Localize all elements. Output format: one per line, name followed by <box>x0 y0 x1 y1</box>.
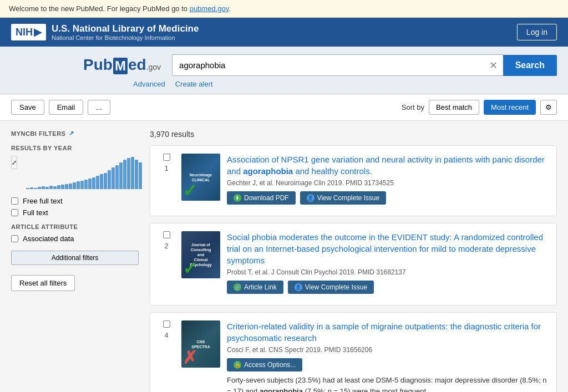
view-complete-issue-label-2: View Complete Issue <box>305 283 368 291</box>
chart-bar <box>127 158 130 189</box>
abstract-keyword-4: agoraphobia <box>260 387 303 393</box>
expand-chart-button[interactable]: ⤢ <box>11 156 17 169</box>
login-button[interactable]: Log in <box>517 24 557 40</box>
associated-data-label: Associated data <box>23 235 74 243</box>
full-text-checkbox[interactable] <box>11 209 18 216</box>
title-text-2: Social phobia moderates the outcome in t… <box>227 232 543 265</box>
results-by-year-title: RESULTS BY YEAR <box>11 145 139 151</box>
result-checkbox-4[interactable] <box>163 320 170 328</box>
result-title-link-1[interactable]: Association of NPSR1 gene variation and … <box>227 155 545 176</box>
myncbi-filters-title: MYNCBI FILTERS ↗ <box>11 130 139 137</box>
result-checkbox-2[interactable] <box>163 231 170 238</box>
chart-bar <box>77 181 80 189</box>
free-full-text-checkbox[interactable] <box>11 197 18 205</box>
result-body-2: Social phobia moderates the outcome in t… <box>227 231 549 297</box>
site-header: NIH ▶ U.S. National Library of Medicine … <box>0 18 568 47</box>
red-x-icon: ✗ <box>182 348 197 368</box>
banner-text: Welcome to the new PubMed. For legacy Pu… <box>9 4 190 13</box>
results-count: 3,970 results <box>150 130 557 139</box>
result-num-check-2: 2 <box>158 231 175 297</box>
free-full-text-label: Free full text <box>23 197 63 205</box>
chart-bar <box>131 157 134 189</box>
toolbar-right: Sort by Best match Most recent ⚙ <box>402 100 557 115</box>
result-title-link-2[interactable]: Social phobia moderates the outcome in t… <box>227 232 543 265</box>
result-authors-2: Probst T, et al. J Consult Clin Psychol … <box>227 268 549 276</box>
download-pdf-label: Download PDF <box>244 194 289 202</box>
logo-ed: ed <box>128 56 146 73</box>
result-body-4: Criterion-related validity in a sample o… <box>227 320 549 392</box>
chart-bar <box>26 188 29 189</box>
logo-gov: .gov <box>146 63 161 72</box>
chart-bar <box>108 170 111 189</box>
view-complete-issue-label-1: View Complete Issue <box>317 194 380 202</box>
result-number-1: 1 <box>164 164 168 172</box>
chart-bar <box>30 187 33 189</box>
most-recent-button[interactable]: Most recent <box>484 100 536 115</box>
associated-data-checkbox[interactable] <box>11 235 18 242</box>
result-title-4[interactable]: Criterion-related validity in a sample o… <box>227 320 549 344</box>
nih-badge: NIH ▶ <box>11 24 46 40</box>
article-link-button[interactable]: 🔗 Article Link <box>227 281 283 294</box>
result-title-1[interactable]: Association of NPSR1 gene variation and … <box>227 154 549 177</box>
view-complete-issue-button-1[interactable]: 👤 View Complete Issue <box>300 191 387 205</box>
article-attribute-title: ARTICLE ATTRIBUTE <box>11 223 139 230</box>
chart-bar <box>61 185 64 189</box>
sidebar: MYNCBI FILTERS ↗ RESULTS BY YEAR ⤢ Free … <box>11 130 139 392</box>
notification-banner: Welcome to the new PubMed. For legacy Pu… <box>0 0 568 18</box>
search-input-wrap: ✕ <box>172 54 504 76</box>
full-text-label: Full text <box>23 208 48 217</box>
user-icon: 👤 <box>307 194 315 202</box>
search-area: PubMed.gov ✕ Search Advanced Create aler… <box>0 47 568 94</box>
search-input[interactable] <box>173 55 484 75</box>
email-button[interactable]: Email <box>49 100 84 115</box>
more-options-button[interactable]: ... <box>88 100 110 115</box>
sort-by-label: Sort by <box>402 103 424 111</box>
org-subtitle: National Center for Biotechnology Inform… <box>52 34 199 41</box>
reset-all-filters-button[interactable]: Reset all filters <box>11 275 75 291</box>
access-options-label: Access Options... <box>244 361 296 369</box>
create-alert-link[interactable]: Create alert <box>175 80 213 88</box>
result-title-link-4[interactable]: Criterion-related validity in a sample o… <box>227 322 541 343</box>
result-number-4: 4 <box>164 331 168 339</box>
logo-pub: Pub <box>83 56 113 73</box>
result-checkbox-1[interactable] <box>163 154 170 161</box>
full-text-filter[interactable]: Full text <box>11 208 139 217</box>
download-pdf-button[interactable]: ⬇ Download PDF <box>227 191 296 205</box>
result-title-2[interactable]: Social phobia moderates the outcome in t… <box>227 231 549 266</box>
title-after-1: and healthy controls. <box>293 166 372 176</box>
article-link-label: Article Link <box>244 283 277 291</box>
chart-bar <box>135 160 138 189</box>
result-num-check-4: 4 <box>158 320 175 392</box>
year-chart <box>26 156 142 189</box>
user-icon-2: 👤 <box>295 283 302 291</box>
chart-bar <box>38 187 41 189</box>
nih-arrow-icon: ▶ <box>34 26 42 38</box>
search-button[interactable]: Search <box>503 55 557 76</box>
access-options-button[interactable]: 🔓 Access Options... <box>227 358 302 371</box>
chart-bar <box>45 187 49 189</box>
clear-search-button[interactable]: ✕ <box>484 59 503 72</box>
settings-button[interactable]: ⚙ <box>540 100 557 115</box>
search-links: Advanced Create alert <box>133 79 557 88</box>
external-link-icon[interactable]: ↗ <box>69 130 74 137</box>
chart-bar <box>42 186 45 189</box>
chart-bar <box>139 162 142 189</box>
availability-icon-4: ✗ <box>182 349 197 366</box>
best-match-button[interactable]: Best match <box>429 100 479 115</box>
chart-bar <box>49 186 53 189</box>
logo-m: M <box>113 58 128 74</box>
nih-org-info: U.S. National Library of Medicine Nation… <box>52 23 199 41</box>
save-button[interactable]: Save <box>11 100 44 115</box>
view-complete-issue-button-2[interactable]: 👤 View Complete Issue <box>288 281 374 294</box>
chart-bar <box>69 184 72 189</box>
table-row: 4 CNSSPECTRA ✗ Criterion-related validit… <box>150 312 557 392</box>
chart-bar <box>88 179 92 189</box>
advanced-search-link[interactable]: Advanced <box>133 80 165 88</box>
banner-link[interactable]: pubmed.gov <box>190 4 229 13</box>
associated-data-filter[interactable]: Associated data <box>11 235 139 243</box>
result-num-check-1: 1 <box>158 154 175 208</box>
search-row: PubMed.gov ✕ Search <box>83 54 557 76</box>
additional-filters-button[interactable]: Additional filters <box>11 251 139 265</box>
pubmed-logo: PubMed.gov <box>83 56 161 74</box>
free-full-text-filter[interactable]: Free full text <box>11 197 139 205</box>
